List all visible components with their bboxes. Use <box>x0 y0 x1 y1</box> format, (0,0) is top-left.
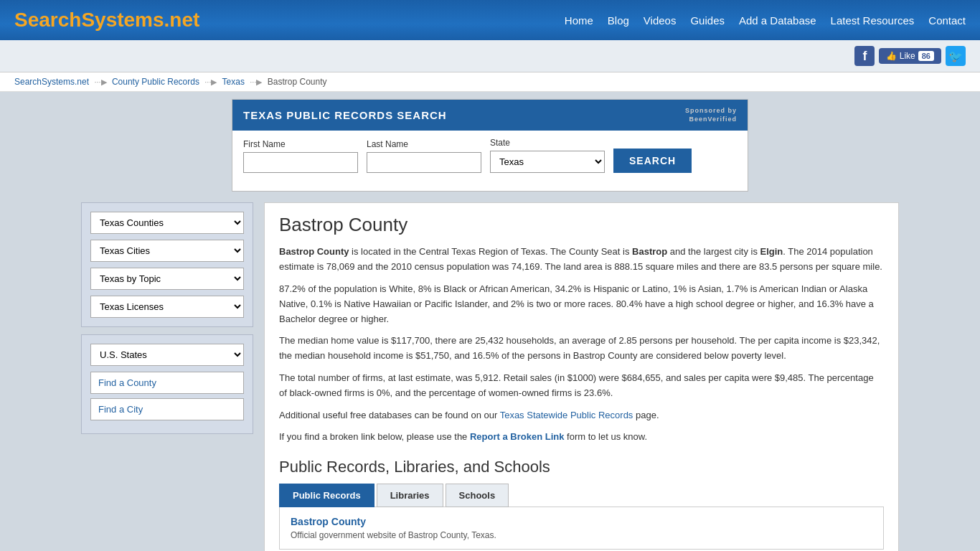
paragraph-3: The median home value is $117,700, there… <box>279 334 884 364</box>
breadcrumb-home[interactable]: SearchSystems.net <box>14 77 89 87</box>
main-content: Bastrop County Bastrop County is located… <box>264 202 899 551</box>
nav-home[interactable]: Home <box>565 14 593 27</box>
bc-arrow-3: ···▶ <box>250 77 262 86</box>
last-name-label: Last Name <box>367 139 481 149</box>
records-box: Bastrop County Official government websi… <box>279 507 884 550</box>
content-area: Texas Counties Texas Cities Texas by Top… <box>81 202 899 551</box>
sidebar-section-us: U.S. States Find a County Find a City <box>81 334 253 434</box>
broken-link-info: If you find a broken link below, please … <box>279 430 884 445</box>
texas-by-topic-dropdown[interactable]: Texas by Topic <box>90 268 244 290</box>
tabs-bar: Public Records Libraries Schools <box>279 484 884 507</box>
facebook-like-button[interactable]: 👍 Like 86 <box>879 48 941 64</box>
breadcrumb-texas[interactable]: Texas <box>222 77 245 87</box>
state-select[interactable]: Texas Alabama Alaska California Florida … <box>490 151 605 173</box>
state-group: State Texas Alabama Alaska California Fl… <box>490 138 605 173</box>
county-title: Bastrop County <box>279 214 884 236</box>
find-city-link[interactable]: Find a City <box>90 398 244 420</box>
facebook-icon[interactable]: f <box>854 46 875 66</box>
logo-text: SearchSystems <box>14 9 164 31</box>
paragraph-2: 87.2% of the population is White, 8% is … <box>279 282 884 326</box>
sidebar: Texas Counties Texas Cities Texas by Top… <box>81 202 253 551</box>
record-link[interactable]: Bastrop County <box>291 516 366 527</box>
state-label: State <box>490 138 605 148</box>
like-count: 86 <box>918 51 934 61</box>
breadcrumb: SearchSystems.net ···▶ County Public Rec… <box>0 72 980 92</box>
site-header: SearchSystems.net Home Blog Videos Guide… <box>0 0 980 40</box>
paragraph-1: Bastrop County is located in the Central… <box>279 245 884 275</box>
additional-info: Additional useful free databases can be … <box>279 408 884 423</box>
tab-libraries[interactable]: Libraries <box>377 484 443 507</box>
nav-contact[interactable]: Contact <box>928 14 966 27</box>
main-wrapper: TEXAS PUBLIC RECORDS SEARCH Sponsored by… <box>0 92 980 551</box>
texas-cities-dropdown[interactable]: Texas Cities <box>90 240 244 262</box>
logo-net: .net <box>164 9 200 31</box>
twitter-icon[interactable]: 🐦 <box>946 46 966 66</box>
record-title: Bastrop County <box>291 516 872 527</box>
search-title: TEXAS PUBLIC RECORDS SEARCH <box>243 109 447 121</box>
search-section: TEXAS PUBLIC RECORDS SEARCH Sponsored by… <box>232 99 748 192</box>
report-broken-link[interactable]: Report a Broken Link <box>470 431 564 442</box>
nav-add-database[interactable]: Add a Database <box>739 14 816 27</box>
first-name-group: First Name <box>243 139 358 173</box>
texas-licenses-dropdown[interactable]: Texas Licenses <box>90 296 244 318</box>
nav-guides[interactable]: Guides <box>690 14 725 27</box>
main-nav: Home Blog Videos Guides Add a Database L… <box>565 14 966 27</box>
statewide-records-link[interactable]: Texas Statewide Public Records <box>500 410 633 420</box>
search-button[interactable]: SEARCH <box>613 149 692 173</box>
nav-latest-resources[interactable]: Latest Resources <box>831 14 915 27</box>
last-name-input[interactable] <box>367 152 481 173</box>
sidebar-section-texas: Texas Counties Texas Cities Texas by Top… <box>81 202 253 327</box>
social-bar: f 👍 Like 86 🐦 <box>0 40 980 72</box>
sponsored-info: Sponsored by BeenVerified <box>685 107 737 123</box>
texas-counties-dropdown[interactable]: Texas Counties <box>90 212 244 234</box>
nav-videos[interactable]: Videos <box>644 14 677 27</box>
first-name-label: First Name <box>243 139 358 149</box>
bc-arrow-2: ···▶ <box>204 77 217 86</box>
paragraph-4: The total number of firms, at last estim… <box>279 371 884 401</box>
bc-arrow-1: ···▶ <box>94 77 106 86</box>
tab-schools[interactable]: Schools <box>446 484 509 507</box>
first-name-input[interactable] <box>243 152 358 173</box>
find-county-link[interactable]: Find a County <box>90 372 244 394</box>
site-logo: SearchSystems.net <box>14 9 199 32</box>
record-description: Official government website of Bastrop C… <box>291 530 872 540</box>
record-entry: Bastrop County Official government websi… <box>291 516 872 540</box>
breadcrumb-current: Bastrop County <box>268 77 327 87</box>
search-header: TEXAS PUBLIC RECORDS SEARCH Sponsored by… <box>232 100 748 131</box>
us-states-dropdown[interactable]: U.S. States <box>90 344 244 366</box>
records-section-title: Public Records, Libraries, and Schools <box>279 458 884 476</box>
breadcrumb-county-records[interactable]: County Public Records <box>112 77 199 87</box>
last-name-group: Last Name <box>367 139 481 173</box>
nav-blog[interactable]: Blog <box>608 14 629 27</box>
tab-public-records[interactable]: Public Records <box>279 484 374 507</box>
search-form: First Name Last Name State Texas Alabama… <box>232 131 748 180</box>
